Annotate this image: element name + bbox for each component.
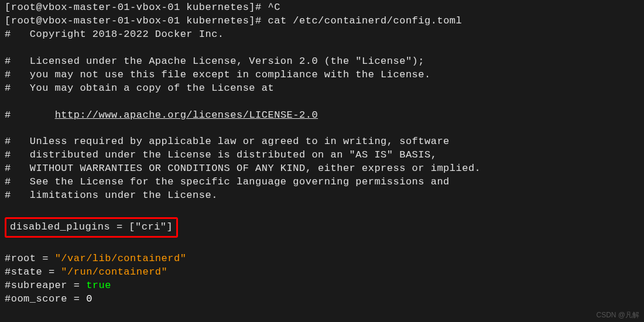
file-line: #state = "/run/containerd"	[5, 266, 639, 279]
config-key: #subreaper =	[5, 280, 86, 291]
prompt-text: [root@vbox-master-01-vbox-01 kubernetes]…	[5, 2, 280, 13]
highlight-box: disabled_plugins = ["cri"]	[5, 217, 178, 238]
file-line: #root = "/var/lib/containerd"	[5, 252, 639, 266]
file-line: # you may not use this file except in co…	[5, 68, 639, 82]
file-line	[5, 239, 639, 252]
comment-text: # You may obtain a copy of the License a…	[5, 83, 274, 94]
file-line: # You may obtain a copy of the License a…	[5, 82, 639, 95]
file-line: # limitations under the License.	[5, 189, 639, 203]
comment-text: # Licensed under the Apache License, Ver…	[5, 56, 424, 67]
file-line: # Licensed under the Apache License, Ver…	[5, 55, 639, 68]
comment-text: #	[5, 109, 55, 121]
terminal-output[interactable]: [root@vbox-master-01-vbox-01 kubernetes]…	[0, 1, 644, 306]
file-line: # http://www.apache.org/licenses/LICENSE…	[5, 109, 639, 122]
config-key: #oom_score =	[5, 293, 86, 304]
comment-text: # you may not use this file except in co…	[5, 69, 431, 80]
file-line	[5, 203, 639, 216]
comment-text: # limitations under the License.	[5, 190, 218, 201]
file-line: # Unless required by applicable law or a…	[5, 135, 639, 149]
comment-text: # WITHOUT WARRANTIES OR CONDITIONS OF AN…	[5, 163, 481, 174]
comment-text: # distributed under the License is distr…	[5, 149, 437, 160]
config-value: "/run/containerd"	[61, 266, 167, 278]
comment-text: # Copyright 2018-2022 Docker Inc.	[5, 29, 224, 40]
config-key: #root =	[5, 253, 55, 264]
file-line: #subreaper = true	[5, 279, 639, 293]
prompt-line-2: [root@vbox-master-01-vbox-01 kubernetes]…	[5, 15, 639, 28]
comment-text: # Unless required by applicable law or a…	[5, 136, 450, 147]
config-key: #state =	[5, 266, 61, 278]
watermark-text: CSDN @凡解	[596, 310, 639, 320]
config-value: 0	[86, 293, 93, 304]
command-text: cat /etc/containerd/config.toml	[268, 15, 462, 26]
config-value: "/var/lib/containerd"	[55, 253, 187, 264]
license-url: http://www.apache.org/licenses/LICENSE-2…	[55, 109, 318, 121]
file-line: # WITHOUT WARRANTIES OR CONDITIONS OF AN…	[5, 162, 639, 176]
file-line	[5, 122, 639, 135]
highlighted-config-line: disabled_plugins = ["cri"]	[5, 216, 639, 239]
config-value: true	[86, 280, 111, 291]
file-line	[5, 95, 639, 109]
file-line: # See the License for the specific langu…	[5, 176, 639, 189]
file-line	[5, 42, 639, 55]
config-text: disabled_plugins = ["cri"]	[10, 221, 173, 232]
prompt-line-1: [root@vbox-master-01-vbox-01 kubernetes]…	[5, 1, 639, 15]
prompt-text: [root@vbox-master-01-vbox-01 kubernetes]…	[5, 15, 268, 26]
comment-text: # See the License for the specific langu…	[5, 176, 450, 187]
file-line: # distributed under the License is distr…	[5, 149, 639, 162]
file-line: # Copyright 2018-2022 Docker Inc.	[5, 28, 639, 42]
file-line: #oom_score = 0	[5, 293, 639, 306]
